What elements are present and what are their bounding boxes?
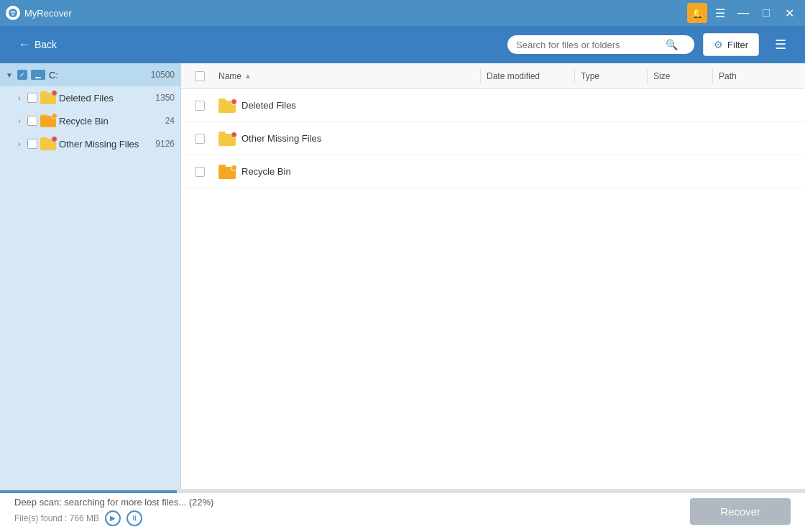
svg-point-1 — [12, 14, 14, 16]
scan-status: Deep scan: searching for more lost files… — [14, 497, 678, 508]
back-button[interactable]: ← Back — [12, 34, 64, 55]
sidebar-deleted-count: 1350 — [155, 93, 175, 103]
status-info: Deep scan: searching for more lost files… — [14, 497, 678, 526]
header-size[interactable]: Size — [648, 71, 712, 81]
recycle-checkbox[interactable] — [27, 116, 37, 126]
header-checkbox-col — [187, 71, 213, 81]
progress-bar-fill — [0, 490, 177, 493]
recover-button[interactable]: Recover — [690, 498, 791, 525]
row-checkbox-3[interactable] — [195, 167, 205, 177]
titlebar-left: MyRecover — [6, 6, 72, 20]
deleted-checkbox[interactable] — [27, 93, 37, 103]
search-input[interactable] — [516, 40, 660, 50]
file-rows: Deleted Files Other Miss — [181, 89, 805, 489]
search-box: 🔍 — [507, 35, 694, 54]
row-name-col-2: Other Missing Files — [213, 132, 483, 146]
row-name-1: Deleted Files — [242, 100, 296, 111]
pause-button[interactable]: ⏸ — [126, 510, 142, 526]
titlebar: MyRecover 🔔 ☰ — □ ✕ — [0, 0, 805, 26]
sidebar-root-label: C: — [49, 70, 148, 81]
expand-icon-3: › — [14, 140, 24, 148]
main-content: ▼ C: 10500 › Deleted Files 1350 › — [0, 63, 805, 489]
row-checkbox-1[interactable] — [195, 101, 205, 111]
row-checkbox-2[interactable] — [195, 134, 205, 144]
row-name-2: Other Missing Files — [242, 133, 321, 144]
sidebar-other-count: 9126 — [155, 139, 175, 149]
file-list: Name ▲ Date modified Type Size Path — [181, 63, 805, 489]
back-label: Back — [34, 39, 57, 50]
search-icon: 🔍 — [666, 39, 678, 50]
sidebar: ▼ C: 10500 › Deleted Files 1350 › — [0, 63, 181, 489]
sidebar-deleted-label: Deleted Files — [59, 93, 152, 104]
sort-icon: ▲ — [244, 72, 252, 80]
header-type[interactable]: Type — [575, 71, 647, 81]
row-checkbox-col-2 — [187, 134, 213, 144]
header-name[interactable]: Name ▲ — [213, 71, 480, 81]
filter-icon: ⚙ — [714, 39, 723, 50]
sidebar-root-count: 10500 — [151, 70, 175, 80]
sidebar-item-root[interactable]: ▼ C: 10500 — [0, 63, 180, 86]
table-row[interactable]: Other Missing Files — [181, 122, 805, 155]
other-checkbox[interactable] — [27, 139, 37, 149]
header-checkbox[interactable] — [195, 71, 205, 81]
play-button[interactable]: ▶ — [105, 510, 121, 526]
sidebar-recycle-count: 24 — [165, 116, 175, 126]
files-found-label: File(s) found : 766 MB — [14, 513, 99, 523]
maximize-button[interactable]: □ — [756, 3, 776, 23]
expand-icon: ▼ — [4, 71, 14, 79]
row-checkbox-col-1 — [187, 101, 213, 111]
titlebar-controls: 🔔 ☰ — □ ✕ — [687, 3, 799, 23]
filter-label: Filter — [727, 40, 748, 50]
sidebar-recycle-label: Recycle Bin — [59, 116, 162, 127]
table-row[interactable]: Deleted Files — [181, 89, 805, 122]
row-name-3: Recycle Bin — [242, 166, 291, 177]
menu-button[interactable]: ☰ — [710, 3, 730, 23]
files-found: File(s) found : 766 MB ▶ ⏸ — [14, 510, 678, 526]
root-checkbox[interactable] — [17, 70, 27, 80]
header-path[interactable]: Path — [713, 71, 799, 81]
drive-icon — [30, 68, 46, 81]
notification-button[interactable]: 🔔 — [687, 3, 707, 23]
sidebar-item-recycle-bin[interactable]: › Recycle Bin 24 — [0, 109, 180, 132]
expand-icon-1: › — [14, 94, 24, 102]
sidebar-other-label: Other Missing Files — [59, 139, 152, 150]
header-date[interactable]: Date modified — [481, 71, 574, 81]
back-arrow-icon: ← — [19, 38, 30, 51]
sidebar-item-other-missing[interactable]: › Other Missing Files 9126 — [0, 132, 180, 155]
deleted-files-icon — [40, 91, 56, 104]
sidebar-item-deleted-files[interactable]: › Deleted Files 1350 — [0, 86, 180, 109]
row-checkbox-col-3 — [187, 167, 213, 177]
recycle-bin-icon — [40, 114, 56, 127]
hamburger-button[interactable]: ☰ — [768, 32, 794, 58]
table-row[interactable]: Recycle Bin — [181, 155, 805, 188]
row-folder-icon-3 — [218, 165, 236, 179]
row-folder-icon-2 — [218, 132, 236, 146]
close-button[interactable]: ✕ — [779, 3, 799, 23]
toolbar: ← Back 🔍 ⚙ Filter ☰ — [0, 26, 805, 63]
minimize-button[interactable]: — — [733, 3, 753, 23]
file-list-header: Name ▲ Date modified Type Size Path — [181, 63, 805, 89]
app-icon — [6, 6, 20, 20]
row-folder-icon-1 — [218, 98, 236, 113]
other-missing-icon — [40, 137, 56, 150]
progress-bar-container — [0, 490, 805, 493]
expand-icon-2: › — [14, 117, 24, 125]
app-title: MyRecover — [24, 8, 72, 19]
row-name-col-3: Recycle Bin — [213, 165, 483, 179]
status-bar: Deep scan: searching for more lost files… — [0, 489, 805, 532]
svg-point-0 — [9, 9, 17, 17]
row-name-col-1: Deleted Files — [213, 98, 483, 113]
filter-button[interactable]: ⚙ Filter — [703, 33, 759, 56]
